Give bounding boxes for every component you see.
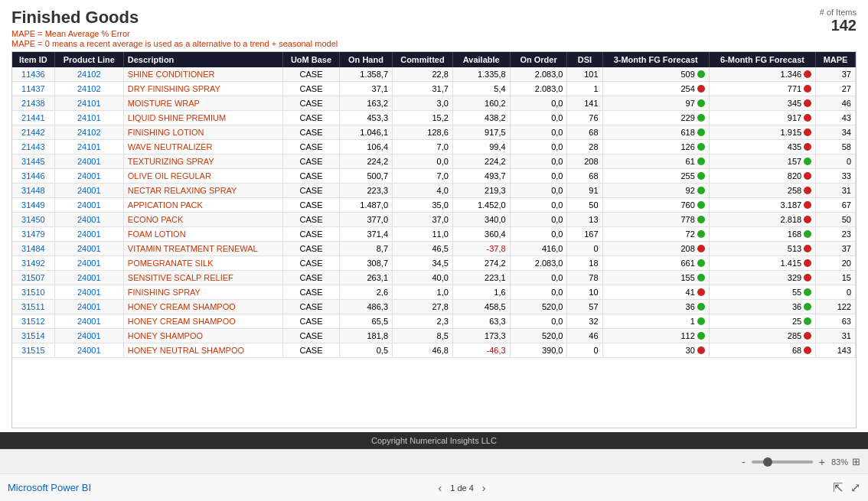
cell-uom: CASE bbox=[283, 227, 340, 242]
cell-forecast6: 36 bbox=[709, 300, 815, 314]
share-button[interactable]: ⇱ bbox=[833, 480, 843, 495]
cell-mape: 37 bbox=[816, 67, 856, 82]
cell-available: 458,5 bbox=[452, 300, 510, 314]
subtitle1: MAPE = Mean Average % Error bbox=[11, 29, 338, 38]
cell-dsi: 91 bbox=[567, 184, 602, 198]
col-product-line[interactable]: Product Line bbox=[54, 52, 123, 67]
powerbi-link[interactable]: Microsoft Power BI bbox=[8, 482, 91, 493]
cell-item-id: 21443 bbox=[12, 140, 54, 155]
col-forecast3[interactable]: 3-Month FG Forecast bbox=[602, 52, 709, 67]
col-on-order[interactable]: On Order bbox=[510, 52, 567, 67]
table-row[interactable]: 21442 24102 FINISHING LOTION CASE 1.046,… bbox=[12, 125, 856, 140]
cell-forecast3: 36 bbox=[602, 300, 709, 314]
cell-available: -46,3 bbox=[452, 343, 510, 358]
cell-committed: 2,3 bbox=[393, 314, 453, 329]
cell-forecast6: 2.818 bbox=[709, 213, 815, 227]
cell-dsi: 18 bbox=[567, 256, 602, 271]
cell-on-hand: 224,2 bbox=[339, 155, 392, 169]
items-label: # of Items bbox=[820, 8, 857, 17]
cell-committed: 15,2 bbox=[393, 111, 453, 125]
main-container: Finished Goods MAPE = Mean Average % Err… bbox=[0, 0, 868, 501]
table-row[interactable]: 31510 24001 FINISHING SPRAY CASE 2,6 1,0… bbox=[12, 285, 856, 300]
cell-available: 5,4 bbox=[452, 82, 510, 96]
table-row[interactable]: 11437 24102 DRY FINISHING SPRAY CASE 37,… bbox=[12, 82, 856, 96]
cell-forecast3: 41 bbox=[602, 285, 709, 300]
cell-forecast6: 329 bbox=[709, 271, 815, 285]
cell-description: HONEY NEUTRAL SHAMPOO bbox=[123, 343, 282, 358]
prev-page-button[interactable]: ‹ bbox=[436, 482, 445, 494]
col-dsi[interactable]: DSI bbox=[567, 52, 602, 67]
cell-available: 1.452,0 bbox=[452, 198, 510, 213]
table-row[interactable]: 31514 24001 HONEY SHAMPOO CASE 181,8 8,5… bbox=[12, 329, 856, 343]
forecast6-value: 258 bbox=[788, 186, 801, 195]
cell-item-id: 31448 bbox=[12, 184, 54, 198]
table-row[interactable]: 21441 24101 LIQUID SHINE PREMIUM CASE 45… bbox=[12, 111, 856, 125]
expand-button[interactable]: ⤢ bbox=[850, 480, 860, 495]
cell-mape: 0 bbox=[816, 285, 856, 300]
cell-description: APPICATION PACK bbox=[123, 198, 282, 213]
cell-dsi: 68 bbox=[567, 169, 602, 184]
forecast3-dot bbox=[697, 274, 705, 281]
cell-available: 160,2 bbox=[452, 96, 510, 111]
table-row[interactable]: 31450 24001 ECONO PACK CASE 377,0 37,0 3… bbox=[12, 213, 856, 227]
col-available[interactable]: Available bbox=[452, 52, 510, 67]
report-area: Finished Goods MAPE = Mean Average % Err… bbox=[0, 0, 868, 432]
forecast3-value: 126 bbox=[680, 142, 694, 151]
forecast3-dot bbox=[697, 317, 705, 325]
table-row[interactable]: 31445 24001 TEXTURIZING SPRAY CASE 224,2… bbox=[12, 155, 856, 169]
table-row[interactable]: 31446 24001 OLIVE OIL REGULAR CASE 500,7… bbox=[12, 169, 856, 184]
cell-forecast6: 513 bbox=[709, 242, 815, 256]
table-row[interactable]: 31515 24001 HONEY NEUTRAL SHAMPOO CASE 0… bbox=[12, 343, 856, 358]
cell-item-id: 21442 bbox=[12, 125, 54, 140]
cell-forecast6: 435 bbox=[709, 140, 815, 155]
table-row[interactable]: 31448 24001 NECTAR RELAXING SPRAY CASE 2… bbox=[12, 184, 856, 198]
cell-on-hand: 377,0 bbox=[339, 213, 392, 227]
forecast3-dot bbox=[697, 303, 705, 311]
col-item-id[interactable]: Item ID bbox=[12, 52, 54, 67]
cell-uom: CASE bbox=[283, 140, 340, 155]
zoom-in-button[interactable]: + bbox=[817, 456, 827, 468]
powerbi-bar: Microsoft Power BI ‹ 1 de 4 › ⇱ ⤢ bbox=[0, 473, 868, 501]
table-row[interactable]: 31484 24001 VITAMIN TREATMENT RENEWAL CA… bbox=[12, 242, 856, 256]
cell-description: ECONO PACK bbox=[123, 213, 282, 227]
page-sep: de bbox=[457, 483, 466, 493]
cell-product-line: 24101 bbox=[54, 96, 123, 111]
table-row[interactable]: 21443 24101 WAVE NEUTRALIZER CASE 106,4 … bbox=[12, 140, 856, 155]
table-row[interactable]: 21438 24101 MOISTURE WRAP CASE 163,2 3,0… bbox=[12, 96, 856, 111]
cell-dsi: 76 bbox=[567, 111, 602, 125]
zoom-out-button[interactable]: - bbox=[739, 456, 748, 468]
cell-mape: 33 bbox=[816, 169, 856, 184]
table-row[interactable]: 31449 24001 APPICATION PACK CASE 1.487,0… bbox=[12, 198, 856, 213]
col-committed[interactable]: Committed bbox=[393, 52, 453, 67]
cell-mape: 63 bbox=[816, 314, 856, 329]
table-wrapper[interactable]: Item ID Product Line Description UoM Bas… bbox=[11, 51, 857, 428]
cell-product-line: 24102 bbox=[54, 125, 123, 140]
cell-on-order: 520,0 bbox=[510, 329, 567, 343]
col-forecast6[interactable]: 6-Month FG Forecast bbox=[709, 52, 815, 67]
col-on-hand[interactable]: On Hand bbox=[339, 52, 392, 67]
cell-on-hand: 500,7 bbox=[339, 169, 392, 184]
table-row[interactable]: 11436 24102 SHINE CONDITIONER CASE 1.358… bbox=[12, 67, 856, 82]
col-description[interactable]: Description bbox=[123, 52, 282, 67]
cell-forecast6: 168 bbox=[709, 227, 815, 242]
table-row[interactable]: 31479 24001 FOAM LOTION CASE 371,4 11,0 … bbox=[12, 227, 856, 242]
table-row[interactable]: 31507 24001 SENSITIVE SCALP RELIEF CASE … bbox=[12, 271, 856, 285]
table-row[interactable]: 31492 24001 POMEGRANATE SILK CASE 308,7 … bbox=[12, 256, 856, 271]
cell-available: 438,2 bbox=[452, 111, 510, 125]
forecast3-dot bbox=[697, 129, 705, 136]
forecast6-value: 285 bbox=[788, 331, 801, 340]
cell-committed: 3,0 bbox=[393, 96, 453, 111]
col-mape[interactable]: MAPE bbox=[816, 52, 856, 67]
forecast3-value: 661 bbox=[680, 259, 694, 268]
forecast3-value: 778 bbox=[680, 215, 694, 224]
zoom-bar: - + 83% ⊞ bbox=[739, 456, 860, 468]
cell-uom: CASE bbox=[283, 285, 340, 300]
table-row[interactable]: 31512 24001 HONEY CREAM SHAMPOO CASE 65,… bbox=[12, 314, 856, 329]
table-row[interactable]: 31511 24001 HONEY CREAM SHAMPOO CASE 486… bbox=[12, 300, 856, 314]
cell-forecast3: 208 bbox=[602, 242, 709, 256]
next-page-button[interactable]: › bbox=[480, 482, 488, 494]
fit-page-button[interactable]: ⊞ bbox=[852, 456, 860, 467]
col-uom[interactable]: UoM Base bbox=[283, 52, 340, 67]
zoom-slider[interactable] bbox=[752, 460, 813, 464]
cell-dsi: 78 bbox=[567, 271, 602, 285]
